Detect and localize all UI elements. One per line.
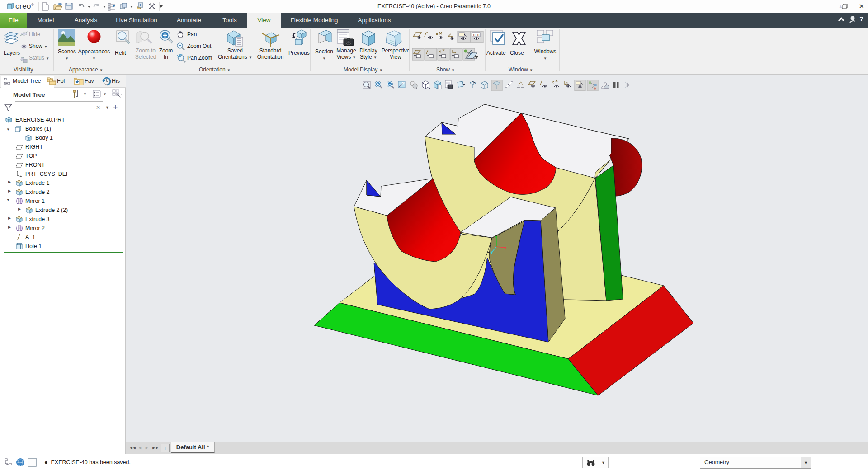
svg-text:10.0: 10.0 <box>473 33 480 37</box>
